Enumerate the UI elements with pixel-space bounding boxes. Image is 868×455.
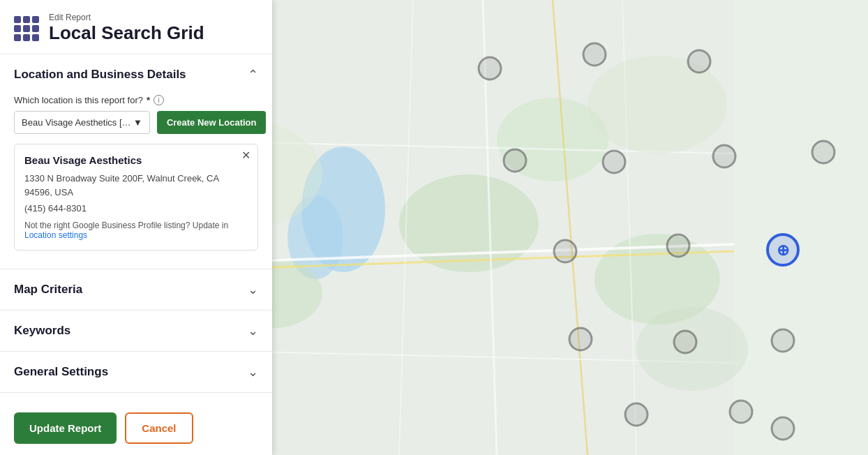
cancel-button[interactable]: Cancel [125, 412, 193, 444]
svg-point-42 [772, 417, 794, 440]
svg-point-26 [812, 141, 835, 163]
dropdown-arrow-icon: ▼ [133, 117, 142, 128]
location-chevron-icon: ⌃ [248, 67, 258, 82]
sidebar-panel: Edit Report Local Search Grid Location a… [0, 0, 272, 455]
keywords-chevron-icon: ⌄ [248, 323, 258, 338]
svg-point-36 [674, 331, 696, 353]
general-settings-section: General Settings ⌄ [0, 352, 272, 393]
location-section-content: Which location is this report for? * i B… [0, 95, 272, 269]
svg-point-29 [554, 240, 576, 262]
map-criteria-chevron-icon: ⌄ [248, 282, 258, 297]
page-title: Local Search Grid [49, 22, 204, 44]
map-criteria-header[interactable]: Map Criteria ⌄ [0, 269, 272, 310]
location-field-label: Which location is this report for? * i [14, 95, 258, 105]
map-criteria-title: Map Criteria [14, 283, 82, 297]
general-settings-chevron-icon: ⌄ [248, 364, 258, 380]
business-phone: (415) 644-8301 [24, 203, 248, 214]
svg-point-24 [603, 151, 625, 173]
required-indicator: * [147, 95, 150, 105]
svg-text:⊕: ⊕ [777, 241, 789, 259]
location-section-title: Location and Business Details [14, 68, 186, 82]
general-settings-title: General Settings [14, 365, 108, 379]
svg-point-18 [479, 57, 501, 80]
location-section: Location and Business Details ⌃ Which lo… [0, 54, 272, 269]
keywords-header[interactable]: Keywords ⌄ [0, 311, 272, 351]
svg-point-20 [688, 50, 710, 73]
svg-point-35 [569, 328, 592, 350]
location-settings-link[interactable]: Location settings [24, 230, 87, 240]
location-select-dropdown[interactable]: Beau Visage Aesthetics [BEAUVISA... ▼ [14, 111, 150, 134]
svg-point-30 [667, 234, 689, 257]
location-section-header[interactable]: Location and Business Details ⌃ [0, 54, 272, 95]
business-address: 1330 N Broadway Suite 200F, Walnut Creek… [24, 172, 248, 199]
not-right-text: Not the right Google Business Profile li… [24, 221, 248, 240]
keywords-title: Keywords [14, 324, 70, 338]
svg-point-37 [772, 329, 794, 352]
location-select-row: Beau Visage Aesthetics [BEAUVISA... ▼ Cr… [14, 111, 258, 134]
close-card-icon[interactable]: ✕ [241, 150, 250, 161]
general-settings-header[interactable]: General Settings ⌄ [0, 352, 272, 392]
svg-point-23 [504, 149, 526, 172]
business-card: ✕ Beau Visage Aesthetics 1330 N Broadway… [14, 144, 258, 251]
svg-point-25 [713, 145, 735, 167]
sidebar-header: Edit Report Local Search Grid [0, 0, 272, 54]
edit-report-label: Edit Report [49, 13, 204, 22]
info-icon[interactable]: i [154, 95, 164, 105]
keywords-section: Keywords ⌄ [0, 311, 272, 352]
svg-point-3 [399, 174, 539, 272]
svg-point-19 [583, 43, 606, 66]
map-criteria-section: Map Criteria ⌄ [0, 269, 272, 311]
create-location-button[interactable]: Create New Location [157, 111, 267, 134]
business-name: Beau Visage Aesthetics [24, 154, 248, 166]
app-logo-icon [14, 16, 39, 41]
svg-point-40 [625, 403, 648, 426]
update-report-button[interactable]: Update Report [14, 412, 117, 444]
footer-buttons: Update Report Cancel [0, 401, 272, 455]
svg-point-41 [730, 401, 752, 423]
